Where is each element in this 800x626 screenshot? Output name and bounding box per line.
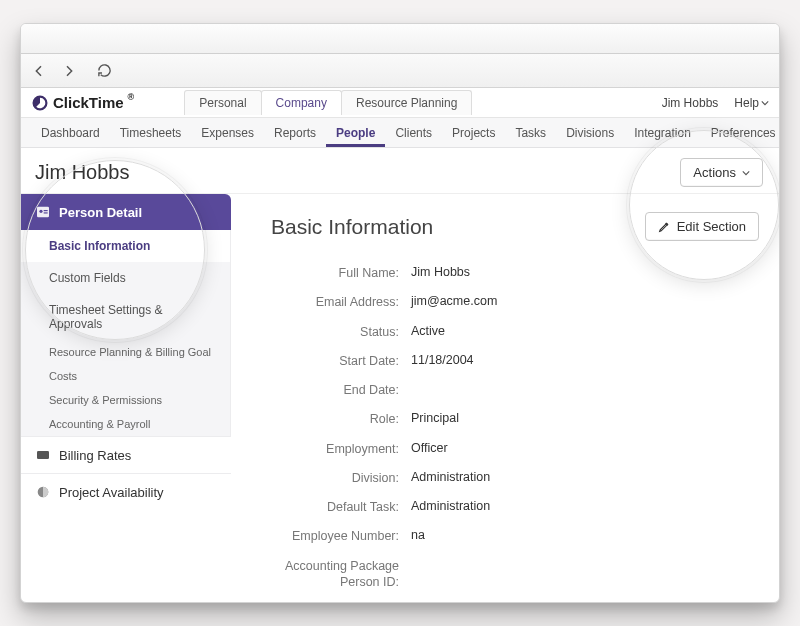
actions-button[interactable]: Actions: [680, 158, 763, 187]
nav-integration[interactable]: Integration: [624, 118, 701, 147]
field-value: Jim Hobbs: [411, 265, 470, 279]
nav-divisions[interactable]: Divisions: [556, 118, 624, 147]
brand-bar: ClickTime® Personal Company Resource Pla…: [21, 88, 779, 118]
sidebar-heading: Person Detail: [21, 194, 231, 230]
back-button[interactable]: [31, 63, 47, 79]
sidebar-section-project-availability[interactable]: Project Availability: [21, 473, 231, 510]
field-label: Start Date:: [271, 353, 411, 369]
module-tabs: Personal Company Resource Planning: [184, 90, 471, 115]
browser-toolbar: [21, 54, 779, 88]
nav-projects[interactable]: Projects: [442, 118, 505, 147]
field-row: Full Name:Jim Hobbs: [271, 265, 759, 281]
nav-expenses[interactable]: Expenses: [191, 118, 264, 147]
help-menu[interactable]: Help: [734, 96, 769, 110]
svg-point-1: [39, 210, 42, 213]
field-row: Accounting Package Person ID:: [271, 558, 759, 591]
sidebar-item-security[interactable]: Security & Permissions: [21, 388, 230, 412]
nav-preferences[interactable]: Preferences: [701, 118, 780, 147]
tab-resource-planning[interactable]: Resource Planning: [341, 90, 472, 115]
pencil-icon: [658, 220, 671, 233]
field-label: Accounting Package Person ID:: [271, 558, 411, 591]
field-row: Email Address:jim@acme.com: [271, 294, 759, 310]
field-label: Default Task:: [271, 499, 411, 515]
forward-button[interactable]: [61, 63, 77, 79]
content-area: Person Detail Basic Information Custom F…: [21, 194, 779, 603]
sidebar-section-billing-rates[interactable]: Billing Rates: [21, 436, 231, 473]
logo[interactable]: ClickTime®: [31, 94, 134, 112]
sidebar-item-accounting[interactable]: Accounting & Payroll: [21, 412, 230, 436]
field-value: Principal: [411, 411, 459, 425]
svg-rect-4: [37, 451, 49, 459]
sidebar: Person Detail Basic Information Custom F…: [21, 194, 231, 603]
availability-icon: [35, 484, 51, 500]
field-label: Status:: [271, 324, 411, 340]
tab-personal[interactable]: Personal: [184, 90, 261, 115]
nav-dashboard[interactable]: Dashboard: [31, 118, 110, 147]
field-value: Administration: [411, 470, 490, 484]
field-row: Default Task:Administration: [271, 499, 759, 515]
field-row: Employment:Officer: [271, 441, 759, 457]
svg-rect-3: [44, 212, 48, 213]
field-row: Role:Principal: [271, 411, 759, 427]
reload-button[interactable]: [97, 63, 112, 78]
field-value: jim@acme.com: [411, 294, 497, 308]
sidebar-item-resource-planning[interactable]: Resource Planning & Billing Goal: [21, 340, 230, 364]
field-row: Start Date:11/18/2004: [271, 353, 759, 369]
sidebar-item-basic-information[interactable]: Basic Information: [21, 230, 230, 262]
nav-reports[interactable]: Reports: [264, 118, 326, 147]
svg-rect-0: [37, 207, 49, 218]
tab-company[interactable]: Company: [261, 90, 342, 115]
billing-rates-icon: [35, 447, 51, 463]
nav-timesheets[interactable]: Timesheets: [110, 118, 192, 147]
field-list: Full Name:Jim HobbsEmail Address:jim@acm…: [271, 265, 759, 603]
field-row: Employee Number:na: [271, 528, 759, 544]
field-value: na: [411, 528, 425, 542]
window-titlebar: [21, 24, 779, 54]
page-header: Jim Hobbs Actions: [21, 148, 779, 194]
main-panel: Basic Information Edit Section Full Name…: [231, 194, 779, 603]
edit-section-button[interactable]: Edit Section: [645, 212, 759, 241]
field-value: 11/18/2004: [411, 353, 474, 367]
svg-rect-2: [44, 210, 48, 211]
field-label: Role:: [271, 411, 411, 427]
field-row: End Date:: [271, 382, 759, 398]
field-value: Active: [411, 324, 445, 338]
sidebar-item-timesheet-settings[interactable]: Timesheet Settings & Approvals: [21, 294, 230, 340]
field-label: Employee Number:: [271, 528, 411, 544]
field-label: Email Address:: [271, 294, 411, 310]
field-row: Division:Administration: [271, 470, 759, 486]
current-user[interactable]: Jim Hobbs: [662, 96, 719, 110]
nav-people[interactable]: People: [326, 118, 385, 147]
nav-tasks[interactable]: Tasks: [505, 118, 556, 147]
field-row: Status:Active: [271, 324, 759, 340]
person-detail-icon: [35, 204, 51, 220]
sub-nav: Dashboard Timesheets Expenses Reports Pe…: [21, 118, 779, 148]
nav-clients[interactable]: Clients: [385, 118, 442, 147]
field-value: Administration: [411, 499, 490, 513]
field-label: End Date:: [271, 382, 411, 398]
field-label: Full Name:: [271, 265, 411, 281]
logo-text: ClickTime: [53, 94, 124, 111]
browser-window: ClickTime® Personal Company Resource Pla…: [20, 23, 780, 603]
field-label: Division:: [271, 470, 411, 486]
sidebar-item-custom-fields[interactable]: Custom Fields: [21, 262, 230, 294]
sidebar-item-costs[interactable]: Costs: [21, 364, 230, 388]
sidebar-section-list: Basic Information Custom Fields Timeshee…: [21, 230, 231, 436]
chevron-down-icon: [742, 169, 750, 177]
page-title: Jim Hobbs: [35, 161, 129, 184]
section-title: Basic Information: [271, 215, 433, 239]
field-label: Employment:: [271, 441, 411, 457]
field-value: Officer: [411, 441, 448, 455]
